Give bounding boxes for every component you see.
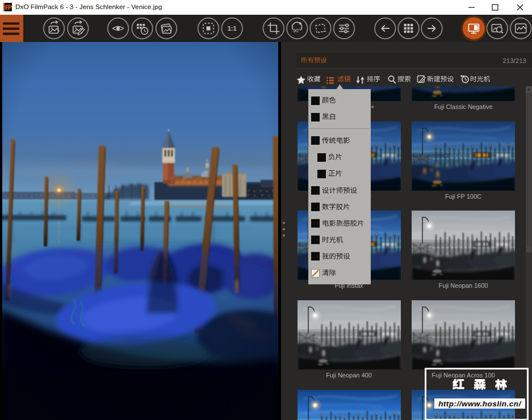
svg-text:90°: 90° bbox=[293, 28, 300, 33]
svg-text:1:1: 1:1 bbox=[228, 25, 237, 32]
svg-text:FP: FP bbox=[5, 5, 12, 11]
